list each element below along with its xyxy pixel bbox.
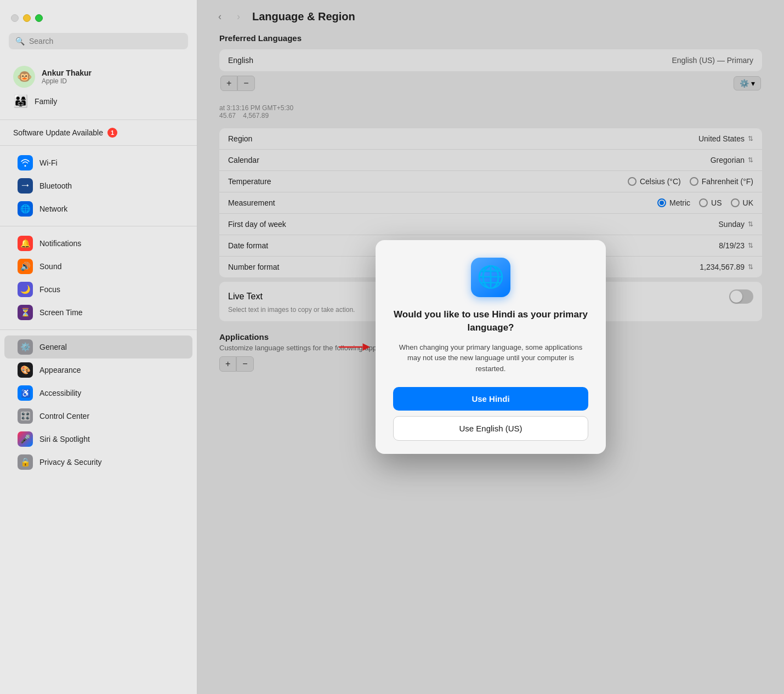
focus-icon: 🌙: [18, 282, 33, 297]
bluetooth-label: Bluetooth: [39, 181, 72, 190]
screentime-icon: ⏳: [18, 305, 33, 320]
privacy-label: Privacy & Security: [39, 458, 102, 467]
main-panel: ‹ › Language & Region Preferred Language…: [197, 0, 784, 694]
dialog-container: 🌐 Would you like to use Hindi as your pr…: [376, 240, 606, 454]
sound-label: Sound: [39, 262, 61, 271]
general-icon: ⚙️: [18, 339, 33, 355]
siri-icon: 🎤: [18, 431, 33, 447]
sidebar-item-notifications[interactable]: 🔔 Notifications: [4, 232, 192, 255]
user-subtitle: Apple ID: [42, 77, 92, 85]
traffic-lights: [0, 9, 197, 33]
sidebar-item-sound[interactable]: 🔊 Sound: [4, 255, 192, 278]
divider3: [0, 226, 197, 226]
general-label: General: [39, 343, 67, 351]
notifications-label: Notifications: [39, 239, 81, 248]
sidebar-item-accessibility[interactable]: ♿ Accessibility: [4, 382, 192, 405]
divider2: [0, 145, 197, 146]
controlcenter-label: Control Center: [39, 412, 89, 420]
software-update-label: Software Update Available: [13, 128, 103, 137]
wifi-label: Wi-Fi: [39, 158, 58, 167]
sound-icon: 🔊: [18, 259, 33, 274]
accessibility-icon: ♿: [18, 385, 33, 401]
user-info: Ankur Thakur Apple ID: [42, 69, 92, 85]
divider4: [0, 329, 197, 330]
accessibility-label: Accessibility: [39, 389, 81, 397]
general-section: ⚙️ General 🎨 Appearance ♿ Accessibility …: [0, 333, 197, 476]
avatar: 🐵: [13, 66, 35, 88]
minimize-button[interactable]: [23, 14, 31, 22]
privacy-icon: 🔒: [18, 454, 33, 470]
sidebar-item-screentime[interactable]: ⏳ Screen Time: [4, 301, 192, 324]
sidebar-item-network[interactable]: 🌐 Network: [4, 197, 192, 220]
maximize-button[interactable]: [35, 14, 43, 22]
sidebar: 🔍 🐵 Ankur Thakur Apple ID 👨‍👩‍👧 Family S…: [0, 0, 197, 694]
user-profile-item[interactable]: 🐵 Ankur Thakur Apple ID: [9, 62, 188, 91]
sidebar-item-controlcenter[interactable]: 🎛️ Control Center: [4, 405, 192, 428]
dialog-globe-icon: 🌐: [471, 258, 510, 297]
family-item[interactable]: 👨‍👩‍👧 Family: [9, 91, 188, 112]
close-button[interactable]: [11, 14, 19, 22]
user-name: Ankur Thakur: [42, 69, 92, 77]
dialog-body: When changing your primary language, som…: [393, 342, 588, 374]
search-input[interactable]: [29, 37, 181, 45]
notifications-section: 🔔 Notifications 🔊 Sound 🌙 Focus ⏳ Screen…: [0, 230, 197, 326]
screentime-label: Screen Time: [39, 308, 83, 317]
notifications-icon: 🔔: [18, 236, 33, 251]
search-icon: 🔍: [15, 37, 25, 45]
dialog-title: Would you like to use Hindi as your prim…: [393, 308, 588, 334]
user-section: 🐵 Ankur Thakur Apple ID 👨‍👩‍👧 Family: [0, 58, 197, 116]
siri-label: Siri & Spotlight: [39, 435, 90, 443]
sidebar-item-bluetooth[interactable]: ⭢ Bluetooth: [4, 174, 192, 197]
bluetooth-icon: ⭢: [18, 178, 33, 194]
sidebar-item-focus[interactable]: 🌙 Focus: [4, 278, 192, 301]
dialog-overlay: 🌐 Would you like to use Hindi as your pr…: [197, 0, 784, 694]
software-update-item[interactable]: Software Update Available 1: [0, 123, 197, 142]
update-badge: 1: [107, 128, 117, 138]
use-english-button[interactable]: Use English (US): [393, 416, 588, 441]
svg-marker-1: [363, 343, 371, 351]
wifi-icon: [18, 155, 33, 170]
network-label: Network: [39, 204, 67, 213]
network-icon: 🌐: [18, 201, 33, 217]
use-hindi-button[interactable]: Use Hindi: [393, 387, 588, 411]
sidebar-item-siri[interactable]: 🎤 Siri & Spotlight: [4, 428, 192, 451]
sidebar-item-privacy[interactable]: 🔒 Privacy & Security: [4, 451, 192, 474]
network-section: Wi-Fi ⭢ Bluetooth 🌐 Network: [0, 149, 197, 223]
sidebar-item-appearance[interactable]: 🎨 Appearance: [4, 359, 192, 382]
search-bar[interactable]: 🔍: [9, 33, 188, 49]
appearance-icon: 🎨: [18, 362, 33, 378]
sidebar-item-general[interactable]: ⚙️ General: [4, 335, 192, 359]
family-label: Family: [35, 97, 57, 106]
divider: [0, 120, 197, 120]
family-icon: 👨‍👩‍👧: [13, 94, 28, 109]
focus-label: Focus: [39, 285, 60, 294]
controlcenter-icon: 🎛️: [18, 408, 33, 424]
arrow-indicator: [337, 339, 370, 355]
dialog: 🌐 Would you like to use Hindi as your pr…: [376, 240, 606, 454]
appearance-label: Appearance: [39, 366, 81, 374]
sidebar-item-wifi[interactable]: Wi-Fi: [4, 151, 192, 174]
